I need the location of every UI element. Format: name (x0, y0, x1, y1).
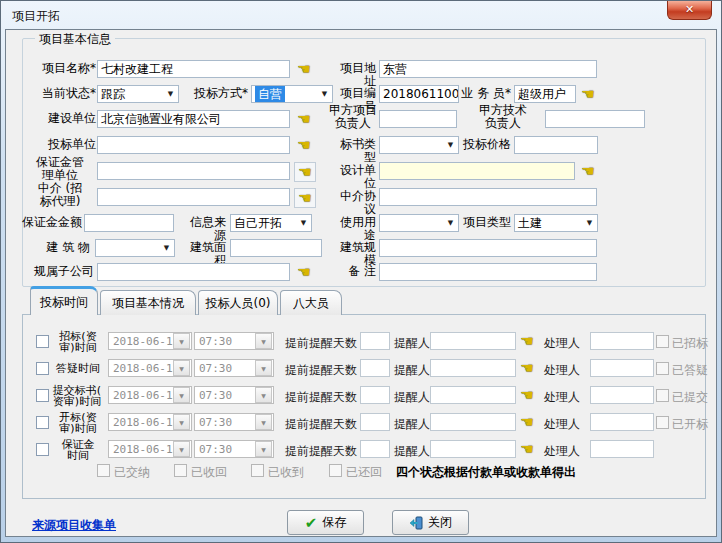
remind-days-input[interactable] (360, 386, 390, 404)
handler-label: 处理人 (544, 416, 580, 433)
schedule-time-select[interactable]: 07:30▼ (194, 332, 274, 350)
current-status-select[interactable]: 跟踪▼ (97, 85, 179, 103)
save-button[interactable]: ✔ 保存 (287, 510, 364, 535)
schedule-time-select[interactable]: 07:30▼ (194, 359, 274, 377)
source-collection-link[interactable]: 来源项目收集单 (32, 517, 116, 534)
deposit-amount-input[interactable] (84, 214, 174, 232)
bid-price-input[interactable] (514, 136, 598, 154)
chevron-down-icon: ▼ (255, 414, 272, 430)
project-no-input[interactable]: 20180611001 (379, 85, 459, 103)
subsidiary-lookup-icon[interactable]: ☚ (294, 263, 314, 281)
remind-days-input[interactable] (360, 332, 390, 350)
project-name-lookup-icon[interactable]: ☚ (294, 60, 314, 78)
design-unit-input[interactable] (379, 162, 575, 180)
schedule-time-select[interactable]: 07:30▼ (194, 386, 274, 404)
deposit-mgmt-unit-input[interactable] (97, 162, 290, 180)
recovered-checkbox[interactable] (174, 464, 187, 477)
design-unit-lookup-icon[interactable]: ☚ (578, 162, 598, 180)
bid-unit-lookup-icon[interactable]: ☚ (294, 136, 314, 154)
project-type-select[interactable]: 土建▼ (514, 214, 598, 232)
close-icon: ✕ (685, 3, 694, 16)
reminder-lookup-icon[interactable]: ☚ (517, 332, 537, 350)
chevron-down-icon: ▼ (255, 360, 272, 376)
chevron-down-icon: ▼ (173, 360, 190, 376)
handler-input[interactable] (590, 332, 654, 350)
returned-checkbox[interactable] (329, 464, 342, 477)
tab-bid-time[interactable]: 投标时间 (30, 286, 98, 315)
tab-bid-personnel[interactable]: 投标人员(0) (198, 290, 278, 315)
tab-eight-staff[interactable]: 八大员 (280, 290, 342, 315)
project-address-input[interactable]: 东营 (379, 60, 597, 78)
building-scale-input[interactable] (379, 239, 597, 257)
building-label: 建 筑 物 (26, 241, 90, 254)
building-select[interactable]: ▼ (95, 239, 175, 257)
project-development-dialog: 项目开拓 ✕ 项目基本信息 项目名称* 七村改建工程 ☚ 项目地址 东营 当前状… (0, 0, 722, 543)
owner-tech-manager-label: 甲方技术 负责人 (464, 104, 542, 130)
owner-project-manager-input[interactable] (379, 110, 457, 128)
building-area-input[interactable] (230, 239, 322, 257)
reminder-lookup-icon[interactable]: ☚ (517, 413, 537, 431)
exit-door-icon (409, 516, 423, 530)
reminder-input[interactable] (430, 359, 516, 377)
handler-input[interactable] (590, 440, 654, 458)
agency-lookup-icon[interactable]: ☚ (294, 188, 316, 208)
remark-input[interactable] (379, 263, 597, 281)
titlebar[interactable]: 项目开拓 ✕ (1, 1, 721, 29)
status-checkbox[interactable] (656, 416, 669, 429)
bid-unit-input[interactable] (97, 136, 290, 154)
reminder-input[interactable] (430, 413, 516, 431)
schedule-row: 保证金 时间 2018-06-12▼ 07:30▼ 提前提醒天数 提醒人 ☚ 处… (6, 440, 716, 460)
construction-unit-input[interactable]: 北京信驰置业有限公司 (97, 110, 290, 128)
current-status-label: 当前状态* (24, 87, 96, 100)
reminder-lookup-icon[interactable]: ☚ (517, 386, 537, 404)
salesman-lookup-icon[interactable]: ☚ (578, 85, 598, 103)
titlebar-close-button[interactable]: ✕ (667, 1, 712, 20)
reminder-label: 提醒人 (394, 362, 430, 379)
bid-doc-type-select[interactable]: ▼ (379, 136, 459, 154)
subsidiary-input[interactable] (97, 263, 290, 281)
paid-checkbox[interactable] (97, 464, 110, 477)
status-checkbox[interactable] (656, 362, 669, 375)
reminder-input[interactable] (430, 440, 516, 458)
schedule-row: 答疑时间 2018-06-12▼ 07:30▼ 提前提醒天数 提醒人 ☚ 处理人… (6, 359, 716, 379)
reminder-input[interactable] (430, 332, 516, 350)
salesman-input[interactable]: 超级用户 (514, 85, 576, 103)
schedule-date-select[interactable]: 2018-06-12▼ (108, 413, 192, 431)
reminder-lookup-icon[interactable]: ☚ (517, 440, 537, 458)
received-label: 已收到 (268, 464, 304, 481)
owner-tech-manager-input[interactable] (545, 110, 645, 128)
remind-days-input[interactable] (360, 413, 390, 431)
handler-input[interactable] (590, 413, 654, 431)
remind-days-input[interactable] (360, 359, 390, 377)
usage-select[interactable]: ▼ (379, 214, 459, 232)
schedule-row: 开标(资 审)时间 2018-06-12▼ 07:30▼ 提前提醒天数 提醒人 … (6, 413, 716, 433)
project-name-input[interactable]: 七村改建工程 (97, 60, 290, 78)
status-checkbox[interactable] (656, 389, 669, 402)
agency-input[interactable] (97, 188, 290, 206)
tab-project-basic-info[interactable]: 项目基本情况 (100, 290, 196, 315)
schedule-time-select[interactable]: 07:30▼ (194, 413, 274, 431)
reminder-lookup-icon[interactable]: ☚ (517, 359, 537, 377)
schedule-date-select[interactable]: 2018-06-12▼ (108, 440, 192, 458)
schedule-date-select[interactable]: 2018-06-12▼ (108, 386, 192, 404)
info-source-select[interactable]: 自己开拓▼ (230, 214, 312, 232)
schedule-date-select[interactable]: 2018-06-12▼ (108, 332, 192, 350)
project-name-label: 项目名称* (24, 62, 96, 75)
schedule-date-select[interactable]: 2018-06-12▼ (108, 359, 192, 377)
reminder-label: 提醒人 (394, 389, 430, 406)
reminder-input[interactable] (430, 386, 516, 404)
agency-agreement-input[interactable] (379, 188, 597, 206)
info-source-label: 信息来源 (180, 216, 226, 242)
status-checkbox[interactable] (656, 335, 669, 348)
close-button[interactable]: 关闭 (392, 510, 469, 535)
remind-days-input[interactable] (360, 440, 390, 458)
construction-unit-lookup-icon[interactable]: ☚ (294, 110, 314, 128)
handler-input[interactable] (590, 359, 654, 377)
deposit-mgmt-unit-lookup-icon[interactable]: ☚ (294, 162, 316, 182)
deposit-mgmt-unit-label: 保证金管 理单位 (24, 156, 96, 182)
received-checkbox[interactable] (251, 464, 264, 477)
chevron-down-icon: ▼ (582, 219, 597, 227)
bid-method-select[interactable]: 自营▼ (251, 85, 333, 103)
schedule-time-select[interactable]: 07:30▼ (194, 440, 274, 458)
handler-input[interactable] (590, 386, 654, 404)
